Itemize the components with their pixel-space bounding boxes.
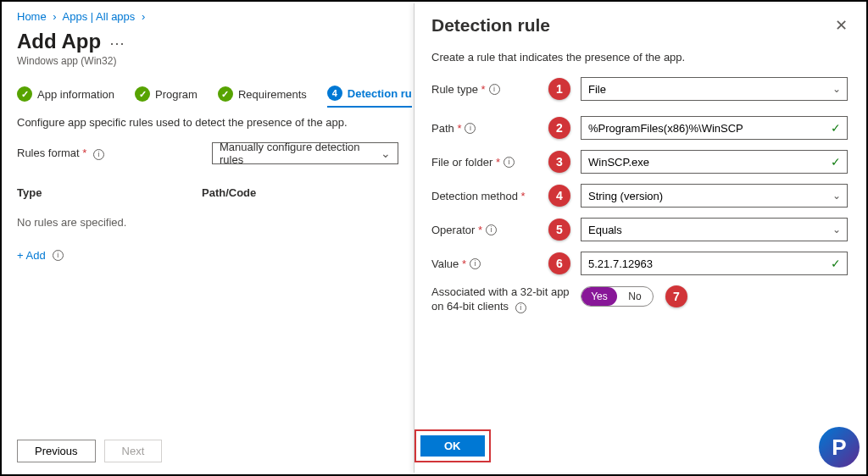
callout-badge: 1 — [548, 78, 570, 100]
panel-title: Detection rule — [431, 15, 550, 36]
add-rule-link[interactable]: + Add i — [17, 249, 64, 262]
checkmark-icon: ✓ — [135, 86, 150, 102]
breadcrumb-apps[interactable]: Apps | All apps — [63, 10, 136, 23]
callout-badge: 5 — [548, 219, 570, 241]
file-or-folder-input[interactable] — [581, 150, 848, 174]
step-number-icon: 4 — [327, 86, 342, 101]
step-program[interactable]: ✓ Program — [135, 86, 198, 108]
breadcrumb-sep: › — [53, 10, 56, 23]
step-label: Program — [155, 88, 198, 101]
info-icon[interactable]: i — [515, 302, 526, 313]
step-label: App information — [37, 88, 114, 101]
previous-button[interactable]: Previous — [17, 440, 96, 462]
associated-32bit-toggle[interactable]: Yes No — [581, 286, 654, 307]
callout-badge: 6 — [548, 252, 570, 274]
panel-description: Create a rule that indicates the presenc… — [431, 51, 848, 64]
detection-method-select[interactable]: String (version) — [581, 184, 848, 208]
info-icon[interactable]: i — [486, 224, 497, 235]
info-icon[interactable]: i — [504, 157, 515, 168]
operator-select[interactable]: Equals — [581, 218, 848, 241]
step-label: Detection ru — [348, 87, 412, 100]
page-title: Add App — [17, 30, 101, 53]
step-requirements[interactable]: ✓ Requirements — [218, 86, 307, 108]
step-detection-rules[interactable]: 4 Detection ru — [327, 86, 412, 108]
breadcrumb-home[interactable]: Home — [17, 10, 47, 23]
info-icon[interactable]: i — [93, 149, 104, 160]
next-button: Next — [104, 440, 163, 462]
toggle-no[interactable]: No — [617, 287, 653, 306]
checkmark-icon: ✓ — [17, 86, 32, 102]
info-icon[interactable]: i — [53, 250, 64, 261]
checkmark-icon: ✓ — [218, 86, 233, 102]
rules-format-label: Rules format * i — [17, 147, 212, 160]
detection-rule-panel: Detection rule ✕ Create a rule that indi… — [414, 3, 865, 473]
rules-format-select[interactable]: Manually configure detection rules — [212, 142, 398, 164]
associated-32bit-label: Associated with a 32-bit app on 64-bit c… — [431, 285, 581, 314]
value-input[interactable] — [581, 252, 848, 275]
callout-badge: 7 — [665, 285, 687, 307]
more-actions-icon[interactable]: ⋯ — [109, 34, 125, 53]
info-icon[interactable]: i — [489, 84, 500, 95]
step-label: Requirements — [238, 88, 307, 101]
callout-badge: 4 — [548, 185, 570, 207]
breadcrumb-sep: › — [142, 10, 145, 23]
path-input[interactable] — [581, 116, 848, 140]
callout-badge: 2 — [548, 117, 570, 139]
ok-button[interactable]: OK — [420, 435, 485, 457]
info-icon[interactable]: i — [470, 258, 481, 269]
brand-logo: P — [819, 427, 860, 468]
rule-type-select[interactable]: File — [581, 77, 848, 101]
col-type-header: Type — [17, 186, 202, 199]
toggle-yes[interactable]: Yes — [581, 287, 617, 306]
info-icon[interactable]: i — [465, 123, 476, 134]
step-app-information[interactable]: ✓ App information — [17, 86, 114, 108]
callout-badge: 3 — [548, 151, 570, 173]
ok-highlight: OK — [415, 429, 491, 462]
close-icon[interactable]: ✕ — [835, 16, 848, 35]
